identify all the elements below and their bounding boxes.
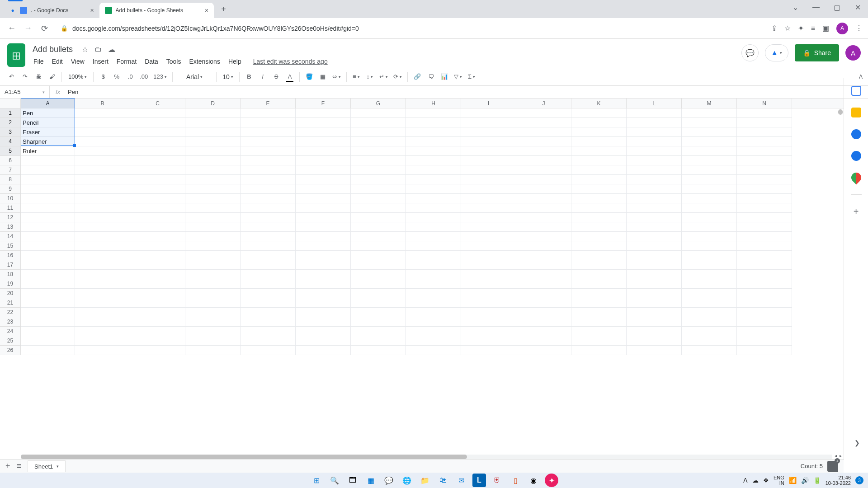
cell[interactable] xyxy=(682,184,737,194)
wifi-icon[interactable]: 📶 xyxy=(789,477,797,484)
cell[interactable] xyxy=(241,251,296,260)
cell[interactable] xyxy=(21,346,75,355)
cell[interactable] xyxy=(571,127,627,137)
cell[interactable] xyxy=(296,156,351,165)
add-addon-icon[interactable]: + xyxy=(854,206,859,217)
cell[interactable] xyxy=(296,327,351,336)
cell[interactable] xyxy=(241,232,296,241)
cell[interactable] xyxy=(516,203,571,213)
decrease-decimal-icon[interactable]: .0 xyxy=(124,70,136,83)
cell[interactable] xyxy=(351,222,406,232)
cell[interactable] xyxy=(75,146,130,156)
cell[interactable] xyxy=(241,260,296,270)
explorer-icon[interactable]: 📁 xyxy=(418,474,432,487)
italic-icon[interactable]: I xyxy=(257,70,269,83)
cell[interactable] xyxy=(627,108,682,118)
menu-view[interactable]: View xyxy=(67,56,88,67)
cell[interactable] xyxy=(461,127,516,137)
select-all-corner[interactable] xyxy=(0,99,21,108)
cell[interactable] xyxy=(241,317,296,327)
cell[interactable] xyxy=(21,156,75,165)
cell[interactable] xyxy=(682,194,737,203)
row-header[interactable]: 20 xyxy=(0,289,21,298)
last-edit-link[interactable]: Last edit was seconds ago xyxy=(250,56,331,67)
row-header[interactable]: 19 xyxy=(0,279,21,289)
reading-list-icon[interactable]: ≡ xyxy=(811,24,815,33)
cell[interactable] xyxy=(516,298,571,308)
cell[interactable] xyxy=(461,213,516,222)
cell[interactable]: Pencil xyxy=(21,118,75,127)
menu-file[interactable]: File xyxy=(30,56,47,67)
cell[interactable] xyxy=(627,260,682,270)
cell[interactable] xyxy=(130,213,185,222)
row-header[interactable]: 15 xyxy=(0,241,21,251)
cell[interactable] xyxy=(130,165,185,175)
cell[interactable] xyxy=(571,222,627,232)
cell[interactable] xyxy=(296,270,351,279)
cell[interactable] xyxy=(351,289,406,298)
bold-icon[interactable]: B xyxy=(243,70,255,83)
cell[interactable] xyxy=(627,298,682,308)
cell[interactable] xyxy=(461,222,516,232)
cell[interactable] xyxy=(737,175,792,184)
cell[interactable] xyxy=(130,327,185,336)
back-icon[interactable]: ← xyxy=(5,23,18,33)
column-header[interactable]: M xyxy=(682,99,737,108)
tray-app-icon[interactable]: ❖ xyxy=(763,477,769,484)
cell[interactable] xyxy=(130,156,185,165)
cell[interactable] xyxy=(130,346,185,355)
row-header[interactable]: 1 xyxy=(0,108,21,118)
cell[interactable] xyxy=(406,127,461,137)
cell[interactable] xyxy=(130,260,185,270)
cell[interactable] xyxy=(351,203,406,213)
cell[interactable] xyxy=(627,118,682,127)
column-header[interactable]: K xyxy=(571,99,627,108)
row-header[interactable]: 10 xyxy=(0,194,21,203)
cell[interactable] xyxy=(351,146,406,156)
row-header[interactable]: 23 xyxy=(0,317,21,327)
cell[interactable] xyxy=(737,146,792,156)
formula-input[interactable]: Pen xyxy=(66,89,868,95)
cell[interactable] xyxy=(351,232,406,241)
cell[interactable] xyxy=(75,175,130,184)
cell[interactable] xyxy=(627,213,682,222)
cell[interactable] xyxy=(75,232,130,241)
redo-icon[interactable]: ↷ xyxy=(19,70,31,83)
row-header[interactable]: 8 xyxy=(0,175,21,184)
close-icon[interactable]: × xyxy=(205,7,208,14)
cell[interactable] xyxy=(241,241,296,251)
increase-decimal-icon[interactable]: .00 xyxy=(138,70,150,83)
cell[interactable] xyxy=(21,289,75,298)
cell[interactable] xyxy=(406,203,461,213)
cell[interactable] xyxy=(296,203,351,213)
cell[interactable] xyxy=(627,175,682,184)
cell[interactable] xyxy=(682,222,737,232)
profile-avatar[interactable]: A xyxy=(836,23,848,34)
cell[interactable] xyxy=(130,251,185,260)
close-icon[interactable]: × xyxy=(90,7,94,14)
cell[interactable] xyxy=(406,279,461,289)
cell[interactable] xyxy=(21,213,75,222)
cell[interactable] xyxy=(571,213,627,222)
cell[interactable] xyxy=(682,317,737,327)
cell[interactable] xyxy=(406,175,461,184)
cell[interactable] xyxy=(351,137,406,146)
browser-tab-docs[interactable]: ● . - Google Docs × xyxy=(4,3,99,18)
cell[interactable] xyxy=(406,213,461,222)
merge-cells-icon[interactable]: ⬄ xyxy=(330,70,343,83)
cell[interactable] xyxy=(737,260,792,270)
cell[interactable] xyxy=(627,289,682,298)
cell[interactable] xyxy=(461,108,516,118)
window-close-icon[interactable]: ✕ xyxy=(847,0,868,14)
cell[interactable] xyxy=(461,346,516,355)
cell[interactable] xyxy=(682,289,737,298)
cell[interactable] xyxy=(571,165,627,175)
row-header[interactable]: 5 xyxy=(0,146,21,156)
contacts-app-icon[interactable] xyxy=(851,151,861,161)
cell[interactable] xyxy=(241,222,296,232)
cell[interactable] xyxy=(75,241,130,251)
explore-icon[interactable] xyxy=(827,461,838,472)
cell[interactable] xyxy=(185,279,241,289)
cell[interactable] xyxy=(737,308,792,317)
cell[interactable] xyxy=(241,336,296,346)
